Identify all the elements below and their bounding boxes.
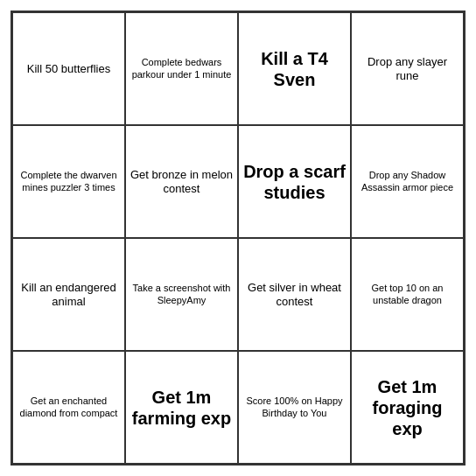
bingo-cell-0-2: Kill a T4 Sven <box>238 12 351 125</box>
bingo-cell-2-2: Get silver in wheat contest <box>238 238 351 351</box>
bingo-cell-1-3: Drop any Shadow Assassin armor piece <box>351 125 464 238</box>
bingo-cell-2-3: Get top 10 on an unstable dragon <box>351 238 464 351</box>
bingo-row-0: Kill 50 butterfliesComplete bedwars park… <box>12 12 464 125</box>
bingo-cell-3-2: Score 100% on Happy Birthday to You <box>238 351 351 464</box>
bingo-cell-2-1: Take a screenshot with SleepyAmy <box>125 238 238 351</box>
bingo-cell-3-0: Get an enchanted diamond from compact <box>12 351 125 464</box>
bingo-cell-3-3: Get 1m foraging exp <box>351 351 464 464</box>
bingo-row-2: Kill an endangered animalTake a screensh… <box>12 238 464 351</box>
bingo-cell-1-0: Complete the dwarven mines puzzler 3 tim… <box>12 125 125 238</box>
bingo-cell-2-0: Kill an endangered animal <box>12 238 125 351</box>
bingo-row-3: Get an enchanted diamond from compactGet… <box>12 351 464 464</box>
bingo-cell-1-2: Drop a scarf studies <box>238 125 351 238</box>
bingo-cell-3-1: Get 1m farming exp <box>125 351 238 464</box>
bingo-row-1: Complete the dwarven mines puzzler 3 tim… <box>12 125 464 238</box>
bingo-cell-0-1: Complete bedwars parkour under 1 minute <box>125 12 238 125</box>
bingo-cell-0-3: Drop any slayer rune <box>351 12 464 125</box>
bingo-board: Kill 50 butterfliesComplete bedwars park… <box>10 10 466 466</box>
bingo-cell-1-1: Get bronze in melon contest <box>125 125 238 238</box>
bingo-cell-0-0: Kill 50 butterflies <box>12 12 125 125</box>
